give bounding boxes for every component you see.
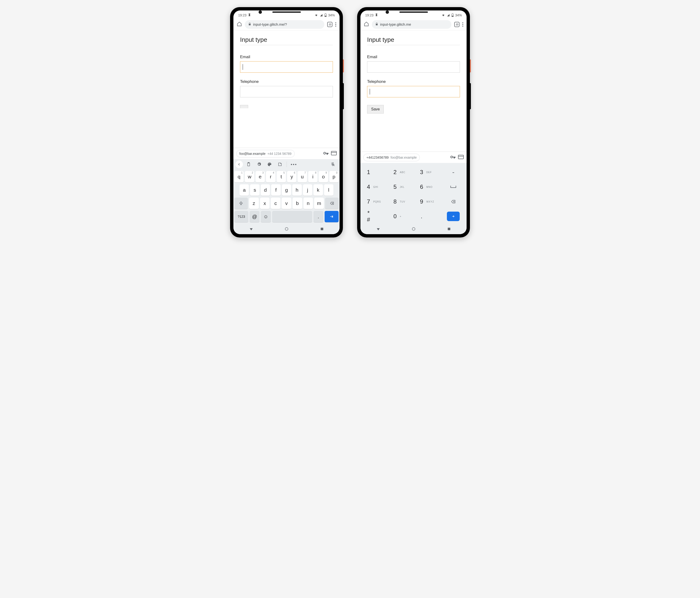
- key-icon[interactable]: [450, 154, 456, 161]
- nav-back[interactable]: [376, 227, 380, 232]
- key-r[interactable]: r4: [266, 171, 275, 182]
- email-field[interactable]: [367, 61, 460, 73]
- chevron-left-icon[interactable]: [235, 160, 243, 168]
- key-d[interactable]: d: [261, 184, 270, 196]
- card-icon[interactable]: [331, 151, 337, 156]
- svg-rect-4: [331, 151, 336, 155]
- autofill-suggestion[interactable]: +44123456789 foo@bar.example: [363, 154, 420, 161]
- telephone-field[interactable]: [367, 86, 460, 97]
- gear-icon[interactable]: [254, 160, 264, 169]
- numkey-1[interactable]: 1: [360, 165, 387, 179]
- at-key[interactable]: @: [250, 211, 259, 222]
- numkey-3[interactable]: 3DEF: [414, 165, 440, 179]
- key-y[interactable]: y6: [287, 171, 296, 182]
- numkey-7[interactable]: 7PQRS: [360, 195, 387, 208]
- key-v[interactable]: v: [282, 198, 291, 209]
- key-n[interactable]: n: [303, 198, 313, 209]
- numkey-2[interactable]: 2ABC: [387, 165, 414, 179]
- card-icon[interactable]: [458, 155, 464, 160]
- key-j[interactable]: j: [303, 184, 312, 196]
- key-q[interactable]: q1: [234, 171, 244, 182]
- power-button: [343, 59, 344, 72]
- text-cursor: [370, 89, 370, 95]
- space-key[interactable]: [272, 211, 312, 222]
- tab-switcher[interactable]: :D: [327, 22, 332, 27]
- sticker-icon[interactable]: [275, 160, 285, 169]
- key-m[interactable]: m: [314, 198, 324, 209]
- overflow-menu[interactable]: [335, 22, 336, 27]
- numkey-0[interactable]: 0+: [387, 209, 414, 223]
- svg-point-8: [268, 164, 269, 164]
- speaker-grille: [399, 11, 428, 13]
- autofill-suggestion[interactable]: foo@bar.example +44 1234 56789: [236, 150, 295, 157]
- numkey-8[interactable]: 8TUV: [387, 195, 414, 208]
- key-g[interactable]: g: [282, 184, 291, 196]
- numkey-[interactable]: * #: [360, 209, 387, 223]
- key-f[interactable]: f: [271, 184, 280, 196]
- home-icon[interactable]: [237, 21, 242, 28]
- hourglass-icon: [248, 13, 251, 17]
- enter-key[interactable]: [325, 211, 339, 222]
- symbols-key[interactable]: ?123: [234, 211, 248, 222]
- key-p[interactable]: p0: [329, 171, 339, 182]
- autofill-primary: +44123456789: [366, 155, 389, 159]
- key-l[interactable]: l: [324, 184, 333, 196]
- battery-icon: [324, 14, 327, 17]
- space-key[interactable]: [440, 180, 467, 194]
- telephone-field[interactable]: [240, 86, 333, 97]
- volume-button: [343, 83, 344, 109]
- keyboard-toolbar: [233, 159, 340, 170]
- url-bar[interactable]: input-type.glitch.me: [372, 20, 451, 29]
- key-t[interactable]: t5: [277, 171, 286, 182]
- key-icon[interactable]: [323, 150, 329, 157]
- key-i[interactable]: i8: [308, 171, 318, 182]
- mic-off-icon[interactable]: [328, 160, 338, 169]
- backspace-key[interactable]: [440, 195, 467, 208]
- nav-home[interactable]: [284, 227, 289, 232]
- page-title: Input type: [367, 36, 460, 45]
- save-button[interactable]: Save: [367, 105, 384, 114]
- emoji-key[interactable]: ☺: [261, 211, 271, 222]
- key-a[interactable]: a: [240, 184, 249, 196]
- nav-recent[interactable]: [320, 227, 324, 232]
- tab-switcher[interactable]: :D: [454, 22, 459, 27]
- period-key[interactable]: .: [314, 211, 323, 222]
- nav-recent[interactable]: [447, 227, 451, 232]
- key-z[interactable]: z: [249, 198, 259, 209]
- numkey-[interactable]: .: [414, 209, 440, 223]
- power-button: [470, 59, 471, 72]
- nav-home[interactable]: [411, 227, 416, 232]
- key-w[interactable]: w2: [245, 171, 254, 182]
- key-s[interactable]: s: [250, 184, 259, 196]
- svg-point-11: [285, 227, 288, 230]
- key-o[interactable]: o9: [319, 171, 328, 182]
- numkey-4[interactable]: 4GHI: [360, 180, 387, 194]
- key-b[interactable]: b: [293, 198, 302, 209]
- home-icon[interactable]: [364, 21, 369, 28]
- save-button[interactable]: [240, 105, 248, 108]
- next-key[interactable]: [440, 209, 467, 223]
- numkey-6[interactable]: 6MNO: [414, 180, 440, 194]
- more-icon[interactable]: [289, 160, 298, 169]
- nav-back[interactable]: [249, 227, 253, 232]
- key-e[interactable]: e3: [255, 171, 265, 182]
- key-u[interactable]: u7: [298, 171, 307, 182]
- numkey-9[interactable]: 9WXYZ: [414, 195, 440, 208]
- telephone-label: Telephone: [367, 79, 460, 84]
- overflow-menu[interactable]: [462, 22, 463, 27]
- numkey-5[interactable]: 5JKL: [387, 180, 414, 194]
- key-k[interactable]: k: [314, 184, 323, 196]
- shift-key[interactable]: [234, 198, 248, 209]
- key-h[interactable]: h: [292, 184, 302, 196]
- dash-key[interactable]: -: [440, 165, 467, 179]
- palette-icon[interactable]: [265, 160, 274, 169]
- hourglass-icon: [375, 13, 378, 17]
- key-c[interactable]: c: [271, 198, 280, 209]
- key-x[interactable]: x: [260, 198, 270, 209]
- backspace-key[interactable]: [325, 198, 339, 209]
- clipboard-icon[interactable]: [244, 160, 253, 169]
- svg-point-19: [412, 227, 415, 230]
- url-text: input-type.glitch.me/?: [253, 22, 287, 26]
- url-bar[interactable]: input-type.glitch.me/?: [245, 20, 324, 29]
- email-field[interactable]: [240, 61, 333, 73]
